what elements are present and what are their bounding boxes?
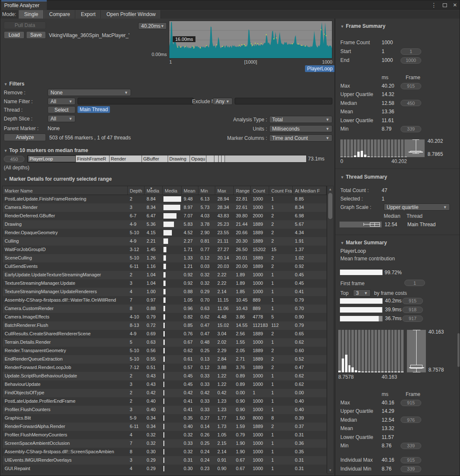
table-row[interactable]: RenderForward.RenderLoopJob7-120.510.570… — [3, 364, 326, 372]
column-header-3[interactable]: Media — [163, 186, 182, 195]
table-row[interactable]: GUI.Repaint40.290.300.230.900.67100010.3… — [3, 465, 326, 473]
table-row[interactable]: Drawing4-95.365.833.7825.2321.44188925.6… — [3, 220, 326, 229]
maximize-icon[interactable] — [443, 3, 447, 7]
frame-stat-max-frame-badge[interactable]: 915 — [401, 83, 421, 89]
top10-segment-minor-6[interactable] — [206, 155, 214, 162]
column-header-1[interactable]: Depth — [128, 186, 144, 195]
frame-timing-chart[interactable]: 16.00ms — [169, 21, 332, 59]
frame-scale-dropdown[interactable]: 40.20ms▼ — [138, 22, 167, 29]
table-row[interactable]: ScreenSpaceAmbientOcclusion70.320.330.25… — [3, 439, 326, 448]
top10-segment-gbuffer[interactable]: GBuffer — [142, 155, 168, 162]
thread-select-button[interactable]: Select — [48, 106, 75, 113]
exclude-names-input[interactable] — [235, 98, 332, 104]
save-button[interactable]: Save — [26, 31, 46, 39]
marker-stat-median-frame-badge[interactable]: 976 — [401, 417, 421, 423]
marker-summary-foldout[interactable]: ▼Marker Summary — [340, 240, 387, 246]
table-row[interactable]: RenderDeferred.GBuffer6-76.477.074.0343.… — [3, 212, 326, 220]
mode-button-export[interactable]: Export — [75, 10, 101, 19]
table-row[interactable]: CullSendEvents6-111.161.210.0320.0320.00… — [3, 262, 326, 271]
marker-stat-individual-max-frame-badge[interactable]: 915 — [401, 457, 421, 463]
column-header-7[interactable]: Range — [234, 186, 251, 195]
table-row[interactable]: Graphics.Blit5-90.340.350.271.771.508000… — [3, 414, 326, 423]
top10-segment-finishframer[interactable]: FinishFrameR — [76, 155, 110, 162]
top10-segment-drawing[interactable]: Drawing — [168, 155, 190, 162]
column-header-9[interactable]: Count Fra — [269, 186, 293, 195]
top10-frame-badge[interactable]: 450 — [4, 156, 24, 162]
table-row[interactable]: EarlyUpdate.UpdateTextureStreamingManage… — [3, 271, 326, 279]
scroll-up-icon[interactable]: ▲ — [327, 187, 333, 191]
table-row[interactable]: EndRenderQueueExtraction5-100.550.610.13… — [3, 355, 326, 364]
table-row[interactable]: Update.ScriptRunBehaviourUpdate20.430.45… — [3, 372, 326, 380]
table-row[interactable]: FindObjectsOfType20.420.420.420.420.0011… — [3, 389, 326, 397]
top10-segment-minor-9[interactable] — [222, 155, 225, 162]
table-row[interactable]: Assembly-CSharp-firstpass.dll!::ScreenSp… — [3, 448, 326, 456]
frame-summary-foldout[interactable]: ▼Frame Summary — [340, 23, 385, 29]
window-tab[interactable]: Profile Analyzer — [1, 0, 47, 10]
table-row[interactable]: SceneCulling5-101.261.330.1220.1420.0118… — [3, 254, 326, 262]
mode-button-open-profiler-window[interactable]: Open Profiler Window — [101, 10, 161, 19]
table-row[interactable]: BatchRenderer.Flush8-130.720.850.4715.02… — [3, 321, 326, 330]
table-row[interactable]: Profiler.FlushMemoryCounters40.320.320.2… — [3, 431, 326, 439]
top-frame-badge[interactable]: 915 — [402, 298, 423, 304]
frame-stat-min-frame-badge[interactable]: 339 — [401, 126, 421, 132]
table-row[interactable]: Render.TransparentGeometry5-100.560.620.… — [3, 347, 326, 355]
table-row[interactable]: Camera.Render38.348.975.7328.3422.611000… — [3, 203, 326, 212]
table-row[interactable]: CullResults.CreateSharedRendererScene4-9… — [3, 330, 326, 338]
column-header-6[interactable]: Max — [215, 186, 234, 195]
kebab-menu-icon[interactable]: ⋮ — [431, 2, 437, 8]
top10-segment-render[interactable]: Render — [110, 155, 142, 162]
exclude-mode-dropdown[interactable]: Any▼ — [213, 98, 233, 105]
table-row[interactable]: PostLateUpdate.ProfilerEndFrame20.400.41… — [3, 397, 326, 406]
table-scrollbar[interactable]: ▲ ▼ — [327, 186, 334, 474]
column-header-10[interactable]: At Median F — [293, 186, 326, 195]
top-frame-badge[interactable]: 918 — [402, 307, 423, 313]
thread-summary-foldout[interactable]: ▼Thread Summary — [340, 174, 387, 180]
column-header-4[interactable]: Mean — [182, 186, 198, 195]
column-header-0[interactable]: Marker Name — [3, 186, 128, 195]
graph-scale-dropdown[interactable]: Upper quartile▼ — [384, 203, 450, 211]
load-button[interactable]: Load — [4, 31, 24, 39]
marker-stat-max-frame-badge[interactable]: 915 — [401, 400, 421, 406]
column-header-2[interactable]: Media▼ — [144, 186, 163, 195]
marker-stat-min-frame-badge[interactable]: 339 — [401, 443, 421, 449]
mode-button-compare[interactable]: Compare — [44, 10, 75, 19]
name-filter-mode-dropdown[interactable]: All▼ — [48, 98, 75, 105]
table-row[interactable]: UIEvents.IMGUIRenderOverlays30.290.310.2… — [3, 456, 326, 465]
top-n-dropdown[interactable]: 3▼ — [353, 289, 371, 297]
frame-summary-end-frame-badge[interactable]: 1000 — [401, 57, 421, 64]
table-row[interactable]: Camera.ImageEffects4-100.790.820.624.483… — [3, 313, 326, 321]
top10-segment-minor-7[interactable] — [214, 155, 219, 162]
table-row[interactable]: WaitForJobGroupID3-121.451.710.7727.2726… — [3, 246, 326, 254]
top-frame-badge[interactable]: 917 — [402, 316, 423, 322]
remove-dropdown[interactable]: None▼ — [48, 89, 131, 96]
top10-segment-opaqu[interactable]: Opaqu — [190, 155, 206, 162]
analyze-button[interactable]: Analyze — [4, 134, 46, 141]
name-filter-input[interactable] — [78, 98, 194, 104]
pull-data-button[interactable]: Pull Data — [4, 21, 46, 29]
table-row[interactable]: RenderForwardAlpha.Render6-110.340.400.1… — [3, 423, 326, 431]
table-row[interactable]: BehaviourUpdate30.430.450.331.220.891000… — [3, 380, 326, 389]
table-scrollbar-thumb[interactable] — [328, 193, 332, 219]
first-frame-badge[interactable]: 1 — [404, 280, 425, 286]
table-row[interactable]: Terrain.Details.Render50.630.670.482.021… — [3, 338, 326, 347]
units-dropdown[interactable]: Milliseconds▼ — [269, 125, 332, 132]
top10-foldout[interactable]: ▼Top 10 markers on median frame — [4, 147, 88, 153]
analysis-type-dropdown[interactable]: Total▼ — [269, 116, 332, 123]
top10-segment-minor-8[interactable] — [219, 155, 222, 162]
scroll-down-icon[interactable]: ▼ — [327, 468, 333, 472]
close-icon[interactable]: ✕ — [453, 3, 457, 8]
table-row[interactable]: Culling4-92.212.270.8121.1120.30188921.9… — [3, 237, 326, 246]
frame-summary-start-frame-badge[interactable]: 1 — [401, 48, 421, 55]
filters-foldout[interactable]: ▼Filters — [4, 81, 24, 87]
table-row[interactable]: TextureStreamingManager.Update31.040.920… — [3, 279, 326, 288]
marker-details-foldout[interactable]: ▼Marker Details for currently selected r… — [4, 176, 112, 182]
table-row[interactable]: Profiler.FlushCounters30.400.410.331.230… — [3, 406, 326, 414]
frame-stat-median-frame-badge[interactable]: 450 — [401, 100, 421, 106]
table-row[interactable]: TextureStreamingManager.UpdateRenderers4… — [3, 288, 326, 296]
table-row[interactable]: Render.OpaqueGeometry5-104.154.522.9023.… — [3, 229, 326, 237]
column-header-8[interactable]: Count — [251, 186, 269, 195]
top10-segment-playerloop[interactable]: PlayerLoop — [28, 155, 76, 162]
marker-columns-dropdown[interactable]: Time and Count▼ — [269, 134, 332, 142]
mode-button-single[interactable]: Single — [19, 10, 43, 19]
marker-stat-individual-min-frame-badge[interactable]: 339 — [401, 466, 421, 472]
